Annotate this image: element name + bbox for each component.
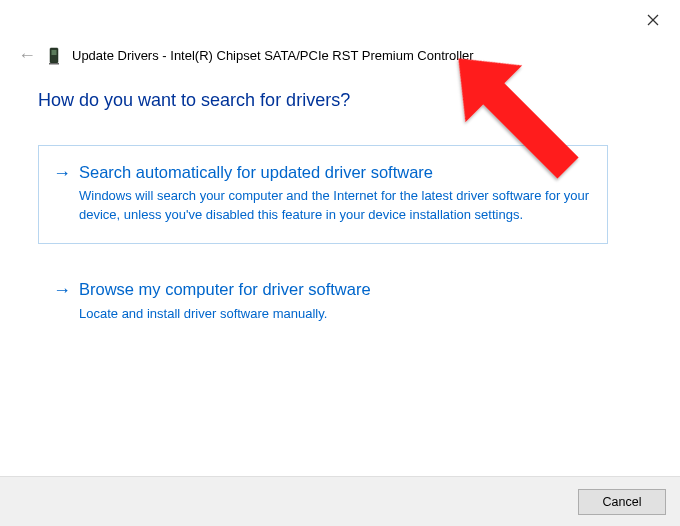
footer: Cancel bbox=[0, 476, 680, 526]
svg-rect-3 bbox=[52, 50, 57, 55]
page-title: How do you want to search for drivers? bbox=[38, 90, 350, 111]
back-arrow-icon: ← bbox=[18, 45, 36, 66]
option-title: Search automatically for updated driver … bbox=[79, 162, 433, 183]
arrow-right-icon: → bbox=[53, 281, 71, 299]
option-browse-computer[interactable]: → Browse my computer for driver software… bbox=[38, 262, 608, 342]
options-list: → Search automatically for updated drive… bbox=[38, 145, 608, 360]
option-search-automatically[interactable]: → Search automatically for updated drive… bbox=[38, 145, 608, 244]
device-icon bbox=[46, 46, 62, 66]
header: ← Update Drivers - Intel(R) Chipset SATA… bbox=[18, 45, 662, 66]
close-button[interactable] bbox=[638, 8, 668, 32]
arrow-right-icon: → bbox=[53, 164, 71, 182]
close-icon bbox=[647, 14, 659, 26]
window-title: Update Drivers - Intel(R) Chipset SATA/P… bbox=[72, 48, 474, 63]
option-description: Locate and install driver software manua… bbox=[79, 305, 593, 324]
cancel-button[interactable]: Cancel bbox=[578, 489, 666, 515]
option-title: Browse my computer for driver software bbox=[79, 279, 371, 300]
option-description: Windows will search your computer and th… bbox=[79, 187, 593, 225]
svg-rect-4 bbox=[49, 63, 59, 65]
